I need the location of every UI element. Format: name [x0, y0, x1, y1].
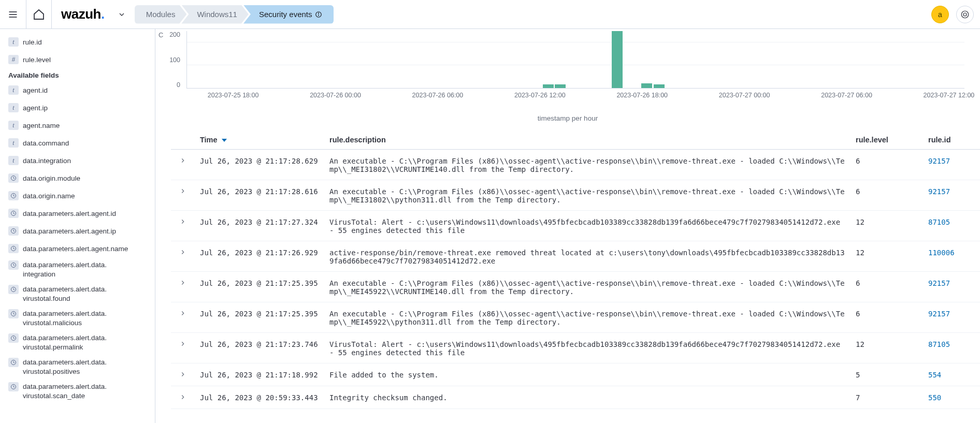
cell-level: 12 — [851, 241, 923, 272]
field-item[interactable]: data.parameters.alert.data. virustotal.p… — [5, 355, 150, 379]
ruleid-link[interactable]: 87105 — [928, 218, 950, 226]
field-label: data.parameters.alert.agent.id — [23, 210, 116, 217]
col-time-label: Time — [200, 136, 218, 144]
chevron-right-icon — [179, 249, 186, 256]
cell-ruleid: 550 — [923, 386, 980, 409]
ruleid-link[interactable]: 110006 — [928, 249, 955, 257]
expand-row-button[interactable] — [171, 272, 195, 302]
x-tick: 2023-07-25 18:00 — [208, 92, 259, 99]
table-row: Jul 26, 2023 @ 21:17:27.324VirusTotal: A… — [171, 211, 980, 241]
chart-bar[interactable] — [641, 83, 652, 88]
field-item[interactable]: data.parameters.alert.agent.name — [5, 240, 150, 257]
field-item[interactable]: data.parameters.alert.data. virustotal.p… — [5, 330, 150, 355]
chevron-right-icon — [179, 393, 186, 401]
unknown-type-icon — [8, 260, 19, 270]
expand-row-button[interactable] — [171, 333, 195, 363]
svg-line-25 — [13, 265, 15, 266]
brand-menu-caret[interactable] — [114, 10, 129, 19]
text-type-icon — [8, 37, 19, 47]
cell-description: File added to the system. — [324, 363, 851, 386]
field-label: data.origin.name — [23, 192, 75, 200]
home-icon — [33, 8, 45, 21]
gridline — [187, 65, 964, 65]
topbar-right: a — [931, 6, 974, 23]
newsfeed-button[interactable] — [956, 6, 974, 23]
expand-row-button[interactable] — [171, 386, 195, 409]
histogram-chart[interactable]: C 2001000 2023-07-25 18:002023-07-26 00:… — [186, 31, 964, 106]
info-icon[interactable] — [315, 11, 322, 18]
chart-bar[interactable] — [543, 84, 554, 88]
cell-ruleid: 92157 — [923, 272, 980, 302]
table-body: Jul 26, 2023 @ 21:17:28.629An executable… — [171, 150, 980, 409]
unknown-type-icon — [8, 285, 19, 294]
cell-description: Integrity checksum changed. — [324, 386, 851, 409]
field-label: agent.name — [23, 122, 60, 129]
ruleid-link[interactable]: 92157 — [928, 279, 950, 287]
field-item[interactable]: rule.id — [5, 33, 150, 51]
field-item[interactable]: data.origin.module — [5, 169, 150, 187]
field-label: data.origin.module — [23, 174, 80, 182]
ruleid-link[interactable]: 554 — [928, 371, 941, 379]
field-item[interactable]: data.parameters.alert.agent.id — [5, 205, 150, 222]
field-item[interactable]: data.parameters.alert.data. virustotal.m… — [5, 306, 150, 330]
expand-row-button[interactable] — [171, 363, 195, 386]
breadcrumb-item[interactable]: Windows11 — [181, 5, 249, 24]
cell-time: Jul 26, 2023 @ 21:17:28.629 — [195, 150, 324, 180]
field-item[interactable]: rule.level — [5, 51, 150, 68]
avatar[interactable]: a — [931, 6, 949, 23]
chevron-down-icon — [118, 10, 126, 19]
field-item[interactable]: agent.name — [5, 116, 150, 134]
field-item[interactable]: agent.ip — [5, 99, 150, 116]
text-type-icon — [8, 156, 19, 165]
field-item[interactable]: agent.id — [5, 81, 150, 99]
col-time[interactable]: Time — [195, 132, 324, 150]
ruleid-link[interactable]: 550 — [928, 393, 941, 402]
y-tick: 200 — [169, 31, 180, 38]
fields-sidebar: rule.idrule.levelAvailable fieldsagent.i… — [0, 29, 155, 423]
breadcrumb-label: Windows11 — [197, 10, 237, 19]
expand-row-button[interactable] — [171, 180, 195, 211]
ruleid-link[interactable]: 92157 — [928, 187, 950, 196]
expand-row-button[interactable] — [171, 211, 195, 241]
col-level[interactable]: rule.level — [851, 132, 923, 150]
svg-line-10 — [13, 178, 15, 179]
field-item[interactable]: data.origin.name — [5, 187, 150, 205]
field-item[interactable]: data.parameters.alert.data. virustotal.f… — [5, 282, 150, 306]
home-button[interactable] — [26, 0, 52, 29]
breadcrumb-item[interactable]: Modules — [135, 5, 187, 24]
field-item[interactable]: data.parameters.alert.agent.ip — [5, 222, 150, 240]
chart-bar[interactable] — [555, 84, 566, 88]
y-axis: 2001000 — [155, 31, 184, 89]
field-item[interactable]: data.parameters.alert.data. integration — [5, 257, 150, 282]
expand-row-button[interactable] — [171, 302, 195, 333]
cell-level: 6 — [851, 302, 923, 333]
gridline — [187, 42, 964, 42]
field-item[interactable]: data.command — [5, 134, 150, 152]
chevron-right-icon — [179, 187, 186, 195]
breadcrumb-item[interactable]: Security events — [243, 5, 334, 24]
brand-logo[interactable]: wazuh. — [52, 6, 114, 22]
field-item[interactable]: data.integration — [5, 152, 150, 169]
ruleid-link[interactable]: 87105 — [928, 340, 950, 348]
expand-row-button[interactable] — [171, 241, 195, 272]
unknown-type-icon — [8, 191, 19, 200]
ruleid-link[interactable]: 92157 — [928, 157, 950, 165]
col-description[interactable]: rule.description — [324, 132, 851, 150]
cell-level: 5 — [851, 363, 923, 386]
svg-line-28 — [13, 289, 15, 290]
chart-bar[interactable] — [654, 84, 665, 88]
field-item[interactable]: data.parameters.alert.data. virustotal.s… — [5, 379, 150, 403]
menu-toggle-button[interactable] — [0, 0, 26, 29]
chart-bar[interactable] — [612, 31, 623, 88]
newsfeed-icon — [960, 10, 970, 19]
chart-plot — [186, 31, 964, 89]
text-type-icon — [8, 121, 19, 130]
expand-row-button[interactable] — [171, 150, 195, 180]
unknown-type-icon — [8, 226, 19, 236]
col-level-label: rule.level — [856, 136, 888, 144]
ruleid-link[interactable]: 92157 — [928, 310, 950, 318]
cell-time: Jul 26, 2023 @ 21:17:25.395 — [195, 302, 324, 333]
cell-time: Jul 26, 2023 @ 20:59:33.443 — [195, 386, 324, 409]
col-ruleid[interactable]: rule.id — [923, 132, 980, 150]
field-label: agent.ip — [23, 104, 48, 112]
